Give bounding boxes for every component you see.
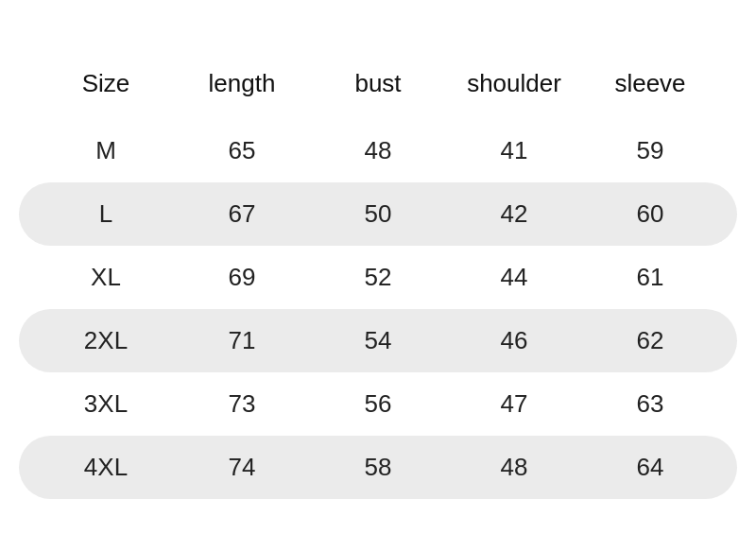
table-row: M65484159 <box>19 119 737 182</box>
data-cell: 60 <box>582 199 718 229</box>
table-row: 2XL71544662 <box>19 309 737 372</box>
data-cell: 64 <box>582 453 718 482</box>
header-cell: bust <box>310 69 446 98</box>
data-cell: 62 <box>582 326 718 355</box>
data-cell: 71 <box>174 326 310 355</box>
data-cell: L <box>38 199 174 229</box>
table-row: 4XL74584864 <box>19 436 737 499</box>
data-cell: 46 <box>446 326 582 355</box>
table-row: XL69524461 <box>19 246 737 309</box>
data-cell: 59 <box>582 136 718 165</box>
header-cell: Size <box>38 69 174 98</box>
data-cell: 69 <box>174 263 310 292</box>
data-cell: 50 <box>310 199 446 229</box>
size-chart-table: Sizelengthbustshouldersleeve M65484159L6… <box>19 43 737 508</box>
header-cell: sleeve <box>582 69 718 98</box>
data-cell: 61 <box>582 263 718 292</box>
data-cell: 52 <box>310 263 446 292</box>
data-cell: 3XL <box>38 389 174 419</box>
data-cell: 4XL <box>38 453 174 482</box>
header-cell: shoulder <box>446 69 582 98</box>
data-cell: 2XL <box>38 326 174 355</box>
data-cell: 42 <box>446 199 582 229</box>
data-cell: XL <box>38 263 174 292</box>
data-cell: 44 <box>446 263 582 292</box>
data-cell: 74 <box>174 453 310 482</box>
data-cell: 47 <box>446 389 582 419</box>
data-cell: M <box>38 136 174 165</box>
table-row: 3XL73564763 <box>19 372 737 436</box>
header-cell: length <box>174 69 310 98</box>
data-cell: 48 <box>446 453 582 482</box>
data-cell: 63 <box>582 389 718 419</box>
table-row: L67504260 <box>19 182 737 246</box>
table-header-row: Sizelengthbustshouldersleeve <box>19 52 737 115</box>
data-cell: 65 <box>174 136 310 165</box>
data-cell: 73 <box>174 389 310 419</box>
data-cell: 67 <box>174 199 310 229</box>
data-cell: 56 <box>310 389 446 419</box>
data-cell: 48 <box>310 136 446 165</box>
data-cell: 54 <box>310 326 446 355</box>
data-cell: 58 <box>310 453 446 482</box>
data-cell: 41 <box>446 136 582 165</box>
